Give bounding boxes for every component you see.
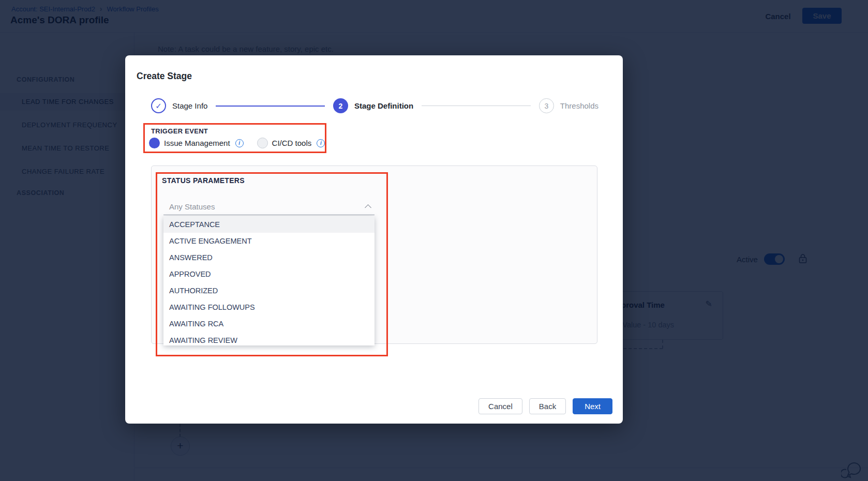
trigger-event-label: TRIGGER EVENT	[151, 127, 208, 135]
check-icon: ✓	[151, 98, 166, 113]
modal-cancel-button[interactable]: Cancel	[478, 398, 522, 414]
dropdown-option[interactable]: ANSWERED	[163, 249, 375, 266]
dropdown-option[interactable]: AWAITING RCA	[163, 315, 375, 332]
stepper: ✓ Stage Info 2 Stage Definition 3 Thresh…	[151, 98, 598, 114]
statuses-dropdown-value: Any Statuses	[163, 198, 375, 215]
statuses-dropdown-menu: ACCEPTANCE ACTIVE ENGAGEMENT ANSWERED AP…	[163, 216, 375, 345]
dropdown-option[interactable]: ACCEPTANCE	[163, 216, 375, 233]
dropdown-option[interactable]: AWAITING REVIEW	[163, 332, 375, 345]
step-connector-done	[216, 106, 325, 107]
modal-footer: Cancel Back Next	[478, 398, 612, 414]
dropdown-option[interactable]: APPROVED	[163, 266, 375, 282]
radio-issue-management[interactable]	[149, 138, 160, 148]
stage-definition-panel: STATUS PARAMETERS Any Statuses ACCEPTANC…	[151, 166, 597, 344]
radio-cicd-tools[interactable]	[257, 138, 268, 148]
radio-label-issue-management[interactable]: Issue Management	[164, 139, 230, 147]
status-parameters-label: STATUS PARAMETERS	[162, 176, 245, 185]
modal-back-button[interactable]: Back	[529, 398, 566, 414]
create-stage-modal: Create Stage ✓ Stage Info 2 Stage Defini…	[125, 55, 623, 424]
statuses-dropdown[interactable]: Any Statuses	[163, 198, 375, 215]
dropdown-option[interactable]: ACTIVE ENGAGEMENT	[163, 233, 375, 249]
radio-label-cicd-tools[interactable]: CI/CD tools	[272, 139, 312, 147]
step-label: Stage Definition	[354, 101, 413, 110]
step-number-badge: 2	[333, 98, 348, 113]
modal-next-button[interactable]: Next	[573, 398, 612, 414]
step-stage-definition[interactable]: 2 Stage Definition	[333, 98, 413, 113]
step-label: Stage Info	[172, 101, 207, 110]
step-connector-upcoming	[422, 106, 531, 107]
step-stage-info[interactable]: ✓ Stage Info	[151, 98, 207, 113]
trigger-event-options: Issue Management i CI/CD tools i	[149, 138, 325, 148]
info-icon[interactable]: i	[235, 139, 244, 147]
step-number-badge: 3	[539, 98, 554, 113]
modal-title: Create Stage	[137, 71, 192, 82]
info-icon[interactable]: i	[317, 139, 325, 147]
step-label: Thresholds	[560, 101, 598, 110]
step-thresholds[interactable]: 3 Thresholds	[539, 98, 598, 113]
dropdown-option[interactable]: AWAITING FOLLOWUPS	[163, 299, 375, 315]
dropdown-option[interactable]: AUTHORIZED	[163, 282, 375, 299]
